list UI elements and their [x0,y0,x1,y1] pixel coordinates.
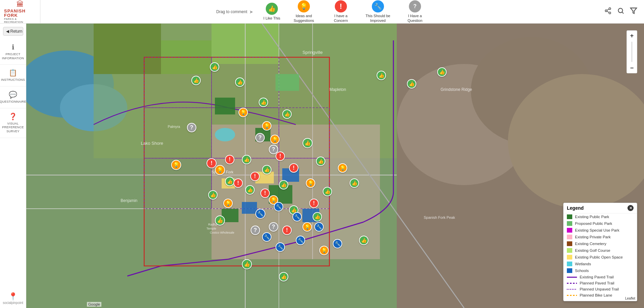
map-pin-orange-1[interactable]: 💡 [171,160,181,170]
share-icon[interactable] [604,7,612,16]
legend-color-existing-cemetery [567,241,572,246]
svg-point-2 [609,12,611,14]
map-pin-blue-8[interactable]: 🔧 [333,239,342,248]
svg-point-5 [618,8,623,13]
svg-line-4 [607,9,609,10]
tool-improve[interactable]: 🔧 This Should be Improved [364,0,391,23]
sidebar-item-questionnaire[interactable]: 💬 QUESTIONNAIRE [0,87,26,108]
map-pin-green-18[interactable]: 👍 [359,236,368,245]
map-pin-red-2[interactable]: ! [225,155,234,164]
map-pin-green-5[interactable]: 👍 [282,109,292,119]
zoom-out-button[interactable]: − [627,63,637,73]
map-pin-blue-1[interactable]: 🔧 [255,209,265,219]
map-pin-orange-4[interactable]: 💡 [270,135,280,144]
map-pin-green-16[interactable]: 👍 [313,212,322,221]
tool-i-like-this[interactable]: 👍 I Like This [263,3,280,21]
legend-item-planned-unpaved-trail: Planned Unpaved Trail [564,286,637,292]
i-like-this-icon: 👍 [266,3,278,15]
map-pin-orange-8[interactable]: 💡 [306,178,315,188]
map-pin-red-4[interactable]: ! [233,178,243,188]
svg-text:Costco Wholesale: Costco Wholesale [210,231,234,234]
legend-color-existing-public-park [567,214,572,219]
map-pin-red-9[interactable]: ! [309,199,319,208]
map-pin-green-11[interactable]: 👍 [279,180,288,190]
map-pin-green-2[interactable]: 👍 [210,62,219,72]
map-pin-green-13[interactable]: 👍 [323,187,332,196]
map-pin-green-23[interactable]: 👍 [279,272,288,281]
map-pin-red-6[interactable]: ! [289,163,298,173]
map-pin-green-3[interactable]: 👍 [235,77,245,87]
sidebar-item-visual-preference[interactable]: ❓ VISUAL PREFERENCE SURVEY [0,108,26,138]
map-pin-orange-6[interactable]: 💡 [223,199,233,208]
legend-item-proposed-public-park: Proposed Public Park [564,220,637,227]
map-area[interactable]: Lako Shore Spanish Fork Benjamin Mapleto… [26,24,644,308]
search-icon[interactable] [617,7,624,16]
legend-color-schools [567,268,572,273]
sidebar-item-instructions[interactable]: 📋 INSTRUCTIONS [0,65,26,87]
map-pin-green-4[interactable]: 👍 [259,98,268,107]
map-pin-green-8[interactable]: 👍 [262,165,271,174]
map-pin-green-6[interactable]: 👍 [302,138,313,148]
tool-ideas-suggestions[interactable]: 💡 Ideas and Suggestions [290,0,317,23]
map-pin-blue-7[interactable]: 🔧 [314,222,324,232]
legend-color-wetlands [567,262,572,266]
sidebar-item-project-information[interactable]: ℹ PROJECT INFORMATION [0,39,26,65]
map-pin-gray-4[interactable]: ? [251,226,260,235]
map-pin-green-15[interactable]: 👍 [215,215,225,226]
map-pin-gray-1[interactable]: ? [187,123,196,132]
map-pin-gray-2[interactable]: ? [255,133,265,142]
return-button[interactable]: ◀ Return [3,27,23,36]
map-pin-green-7[interactable]: 👍 [242,155,251,164]
svg-rect-40 [242,202,257,214]
tool-question[interactable]: ? I Have a Question [401,0,428,23]
legend: Legend ✕ Existing Public Park Proposed P… [563,203,637,301]
map-pin-blue-3[interactable]: 🔧 [292,212,302,221]
info-icon: ℹ [12,43,14,51]
left-sidebar: ◀ Return ℹ PROJECT INFORMATION 📋 INSTRUC… [0,24,26,308]
map-pin-gray-3[interactable]: ? [269,145,278,154]
filter-icon[interactable] [630,7,637,16]
legend-item-wetlands: Wetlands [564,261,637,267]
map-pin-orange-3[interactable]: 💡 [262,121,271,131]
map-pin-orange-10[interactable]: 💡 [302,222,312,232]
logo-text-sub: PARKS & RECREATION [4,18,36,24]
map-pin-green-19[interactable]: 👍 [377,71,386,80]
map-pin-green-10[interactable]: 👍 [245,185,255,195]
map-pin-green-12[interactable]: 👍 [316,157,325,166]
toolbar-actions [604,7,644,16]
legend-title: Legend [567,205,584,211]
svg-point-0 [609,8,611,10]
map-pin-red-7[interactable]: ! [260,189,270,198]
visual-pref-icon: ❓ [9,112,17,121]
svg-rect-45 [276,74,299,91]
map-pin-orange-2[interactable]: 💡 [238,108,248,117]
legend-line-planned-bike-lane [567,295,577,296]
map-pin-red-1[interactable]: ! [206,158,217,168]
map-pin-green-1[interactable]: 👍 [191,76,201,85]
map-pin-green-9[interactable]: 👍 [225,177,234,186]
map-pin-orange-9[interactable]: 💡 [338,163,347,173]
zoom-in-button[interactable]: + [627,31,637,41]
logo-text-main: SPANISH FORK [4,9,36,18]
svg-rect-35 [215,98,235,114]
svg-text:Spanish Fork Peak: Spanish Fork Peak [424,215,455,219]
map-pin-blue-6[interactable]: 🔧 [296,236,305,245]
sidebar-bottom: 📍 socialpinpoint [0,289,27,308]
question-icon: ? [409,0,421,12]
map-pin-gray-5[interactable]: ? [269,222,278,232]
tool-concern[interactable]: ! I have a Concern [327,0,354,23]
legend-item-existing-public-park: Existing Public Park [564,213,637,220]
map-pin-red-3[interactable]: ! [250,172,260,181]
map-pin-blue-5[interactable]: 🔧 [276,242,285,252]
social-pinpoint-logo: 📍 [3,292,23,301]
map-pin-green-22[interactable]: 👍 [242,259,252,269]
map-pin-orange-11[interactable]: 💡 [319,246,329,255]
map-pin-green-21[interactable]: 👍 [437,67,447,77]
map-pin-blue-4[interactable]: 🔧 [262,232,271,242]
map-pin-red-8[interactable]: ! [282,226,292,235]
legend-close-button[interactable]: ✕ [627,205,634,211]
map-pin-green-17[interactable]: 👍 [350,178,359,188]
map-pin-green-20[interactable]: 👍 [407,79,416,89]
map-pin-blue-2[interactable]: 🔧 [274,202,283,211]
map-pin-green-24[interactable]: 👍 [208,190,218,200]
